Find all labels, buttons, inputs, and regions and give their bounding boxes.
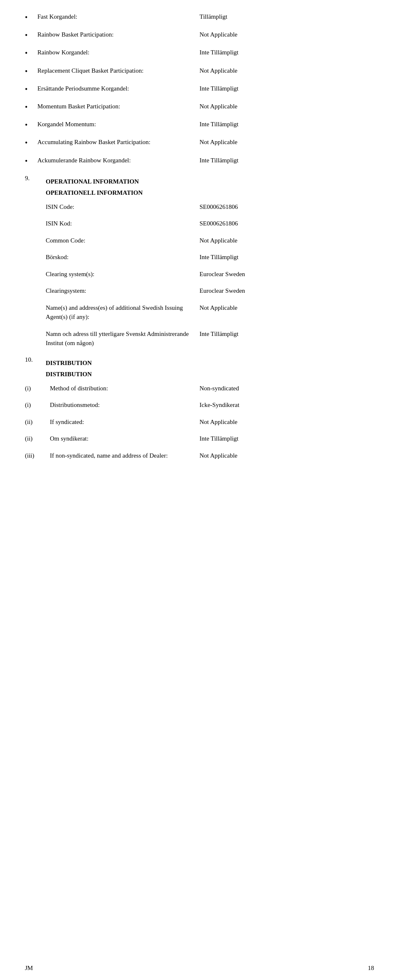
item-label: Momentum Basket Participation: bbox=[37, 102, 200, 111]
info-row: Clearingsystem: Euroclear Sweden bbox=[25, 286, 374, 296]
dist-num: (i) bbox=[25, 400, 50, 410]
bullet-icon: • bbox=[25, 120, 37, 130]
field-label: ISIN Code: bbox=[46, 202, 200, 212]
item-label: Ersättande Periodsumme Korgandel: bbox=[37, 84, 200, 93]
field-value: Euroclear Sweden bbox=[200, 286, 374, 296]
operational-fields: ISIN Code: SE0006261806 ISIN Kod: SE0006… bbox=[25, 202, 374, 348]
item-label: Rainbow Basket Participation: bbox=[37, 30, 200, 39]
list-item: • Replacement Cliquet Basket Participati… bbox=[25, 66, 374, 77]
bullet-icon: • bbox=[25, 48, 37, 59]
field-value: Inte Tillämpligt bbox=[200, 252, 374, 262]
list-item: • Momentum Basket Participation: Not App… bbox=[25, 102, 374, 113]
section-number: 9. bbox=[25, 174, 46, 183]
section-title-sv: OPERATIONELL INFORMATION bbox=[46, 189, 374, 196]
section-title-sv: DISTRIBUTION bbox=[46, 371, 374, 378]
item-value: Inte Tillämpligt bbox=[200, 48, 374, 57]
field-label: Clearing system(s): bbox=[46, 270, 200, 279]
dist-label: Om syndikerat: bbox=[50, 434, 200, 443]
field-label: Common Code: bbox=[46, 236, 200, 245]
field-label: Namn och adress till ytterligare Svenskt… bbox=[46, 329, 200, 348]
list-item: • Ersättande Periodsumme Korgandel: Inte… bbox=[25, 84, 374, 95]
field-label: ISIN Kod: bbox=[46, 219, 200, 228]
field-value: Euroclear Sweden bbox=[200, 270, 374, 279]
field-label: Clearingsystem: bbox=[46, 286, 200, 296]
bullet-icon: • bbox=[25, 12, 37, 23]
item-value: Not Applicable bbox=[200, 102, 374, 111]
item-label: Ackumulerande Rainbow Korgandel: bbox=[37, 156, 200, 165]
dist-label: Distributionsmetod: bbox=[50, 400, 200, 410]
list-item: • Rainbow Basket Participation: Not Appl… bbox=[25, 30, 374, 41]
item-value: Not Applicable bbox=[200, 30, 374, 39]
dist-label: If syndicated: bbox=[50, 417, 200, 427]
info-row: Börskod: Inte Tillämpligt bbox=[25, 252, 374, 262]
footer-left: JM bbox=[25, 965, 33, 972]
section-number: 10. bbox=[25, 355, 46, 364]
field-label: Börskod: bbox=[46, 252, 200, 262]
field-value: Inte Tillämpligt bbox=[200, 329, 374, 339]
bullet-icon: • bbox=[25, 102, 37, 113]
item-label: Fast Korgandel: bbox=[37, 12, 200, 21]
info-row: ISIN Code: SE0006261806 bbox=[25, 202, 374, 212]
dist-row: (ii) Om syndikerat: Inte Tillämpligt bbox=[25, 434, 374, 443]
dist-num: (i) bbox=[25, 384, 50, 393]
item-value: Not Applicable bbox=[200, 138, 374, 147]
dist-value: Inte Tillämpligt bbox=[200, 434, 374, 443]
dist-value: Icke-Syndikerat bbox=[200, 400, 374, 410]
field-value: Not Applicable bbox=[200, 236, 374, 245]
list-item: • Korgandel Momentum: Inte Tillämpligt bbox=[25, 120, 374, 130]
item-value: Not Applicable bbox=[200, 66, 374, 75]
list-item: • Ackumulerande Rainbow Korgandel: Inte … bbox=[25, 156, 374, 167]
bullet-list: • Fast Korgandel: Tillämpligt • Rainbow … bbox=[25, 12, 374, 167]
bullet-icon: • bbox=[25, 156, 37, 167]
distribution-fields: (i) Method of distribution: Non-syndicat… bbox=[25, 384, 374, 461]
dist-value: Not Applicable bbox=[200, 451, 374, 461]
dist-value: Not Applicable bbox=[200, 417, 374, 427]
section10-heading: 10. DISTRIBUTION DISTRIBUTION bbox=[25, 355, 374, 381]
info-row: Common Code: Not Applicable bbox=[25, 236, 374, 245]
item-label: Rainbow Korgandel: bbox=[37, 48, 200, 57]
info-row: Clearing system(s): Euroclear Sweden bbox=[25, 270, 374, 279]
bullet-icon: • bbox=[25, 30, 37, 41]
dist-row: (i) Distributionsmetod: Icke-Syndikerat bbox=[25, 400, 374, 410]
field-value: SE0006261806 bbox=[200, 219, 374, 228]
bullet-icon: • bbox=[25, 138, 37, 148]
field-label: Name(s) and address(es) of additional Sw… bbox=[46, 303, 200, 322]
dist-row: (ii) If syndicated: Not Applicable bbox=[25, 417, 374, 427]
item-value: Inte Tillämpligt bbox=[200, 156, 374, 165]
dist-label: Method of distribution: bbox=[50, 384, 200, 393]
field-value: Not Applicable bbox=[200, 303, 374, 313]
dist-num: (iii) bbox=[25, 451, 50, 461]
info-row: Name(s) and address(es) of additional Sw… bbox=[25, 303, 374, 322]
item-value: Inte Tillämpligt bbox=[200, 120, 374, 129]
info-row: Namn och adress till ytterligare Svenskt… bbox=[25, 329, 374, 348]
footer-right: 18 bbox=[368, 965, 374, 972]
item-label: Accumulating Rainbow Basket Participatio… bbox=[37, 138, 200, 147]
dist-row: (i) Method of distribution: Non-syndicat… bbox=[25, 384, 374, 393]
bullet-icon: • bbox=[25, 66, 37, 77]
item-label: Korgandel Momentum: bbox=[37, 120, 200, 129]
item-value: Tillämpligt bbox=[200, 12, 374, 21]
bullet-icon: • bbox=[25, 84, 37, 95]
page-container: • Fast Korgandel: Tillämpligt • Rainbow … bbox=[0, 0, 399, 980]
dist-num: (ii) bbox=[25, 434, 50, 443]
item-label: Replacement Cliquet Basket Participation… bbox=[37, 66, 200, 75]
dist-num: (ii) bbox=[25, 417, 50, 427]
dist-label: If non-syndicated, name and address of D… bbox=[50, 451, 200, 461]
list-item: • Accumulating Rainbow Basket Participat… bbox=[25, 138, 374, 148]
item-value: Inte Tillämpligt bbox=[200, 84, 374, 93]
page-footer: JM 18 bbox=[25, 965, 374, 972]
section9-heading: 9. OPERATIONAL INFORMATION OPERATIONELL … bbox=[25, 174, 374, 200]
field-value: SE0006261806 bbox=[200, 202, 374, 212]
dist-row: (iii) If non-syndicated, name and addres… bbox=[25, 451, 374, 461]
list-item: • Rainbow Korgandel: Inte Tillämpligt bbox=[25, 48, 374, 59]
dist-value: Non-syndicated bbox=[200, 384, 374, 393]
section-title-en: OPERATIONAL INFORMATION bbox=[46, 178, 374, 185]
section-title-en: DISTRIBUTION bbox=[46, 360, 374, 367]
list-item: • Fast Korgandel: Tillämpligt bbox=[25, 12, 374, 23]
info-row: ISIN Kod: SE0006261806 bbox=[25, 219, 374, 228]
